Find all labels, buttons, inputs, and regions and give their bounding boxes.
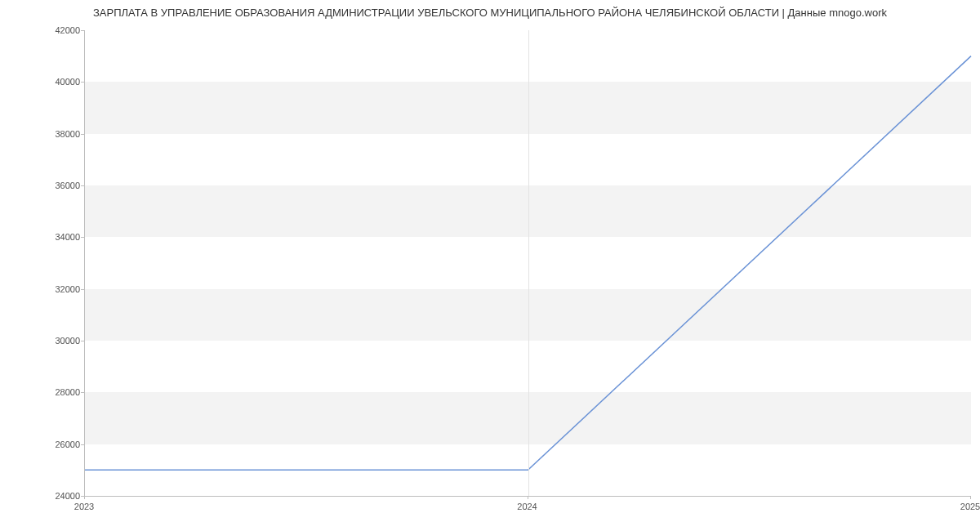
plot-area — [84, 30, 971, 497]
x-tick-label: 2024 — [517, 502, 537, 511]
x-gridline — [528, 30, 529, 496]
y-tick-mark — [81, 185, 84, 186]
x-tick-mark — [970, 496, 971, 499]
y-tick-label: 42000 — [31, 25, 80, 35]
y-tick-label: 26000 — [31, 440, 80, 449]
y-tick-label: 36000 — [31, 181, 80, 190]
y-tick-mark — [81, 392, 84, 393]
x-tick-label: 2023 — [74, 502, 94, 511]
y-tick-label: 30000 — [31, 336, 80, 346]
y-tick-mark — [81, 444, 84, 445]
y-tick-mark — [81, 341, 84, 341]
y-tick-label: 40000 — [31, 77, 80, 87]
chart-title: ЗАРПЛАТА В УПРАВЛЕНИЕ ОБРАЗОВАНИЯ АДМИНИ… — [0, 7, 980, 19]
y-tick-label: 24000 — [31, 491, 80, 501]
y-tick-label: 38000 — [31, 129, 80, 139]
x-tick-label: 2025 — [960, 502, 980, 511]
y-tick-mark — [81, 237, 84, 238]
y-tick-mark — [81, 82, 84, 83]
x-tick-mark — [84, 496, 85, 499]
y-tick-mark — [81, 289, 84, 290]
x-tick-mark — [528, 496, 528, 499]
y-tick-label: 34000 — [31, 232, 80, 242]
y-tick-mark — [81, 134, 84, 135]
y-tick-label: 28000 — [31, 387, 80, 397]
line-chart: ЗАРПЛАТА В УПРАВЛЕНИЕ ОБРАЗОВАНИЯ АДМИНИ… — [0, 0, 980, 531]
y-tick-mark — [81, 30, 84, 31]
y-tick-label: 32000 — [31, 284, 80, 294]
